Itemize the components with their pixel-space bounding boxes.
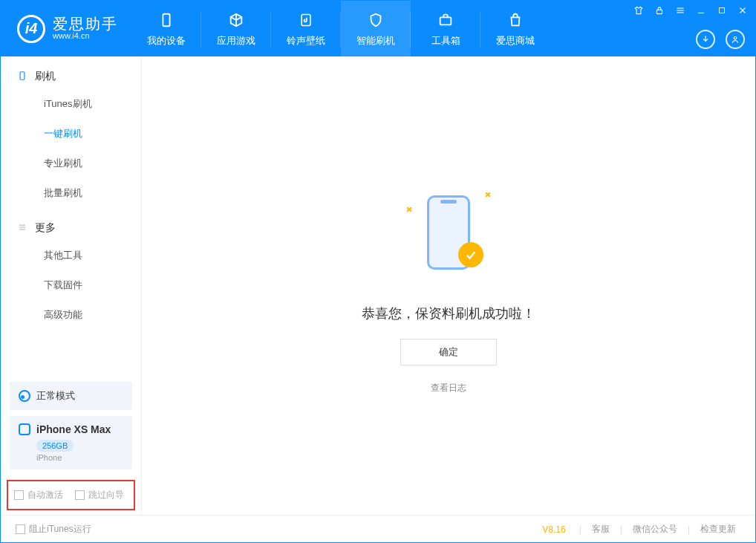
sidebar-item-itunes-flash[interactable]: iTunes刷机: [1, 89, 141, 119]
flash-options-highlighted: 自动激活 跳过向导: [7, 480, 135, 510]
view-log-link[interactable]: 查看日志: [431, 382, 466, 394]
briefcase-icon: [436, 10, 455, 30]
ok-button[interactable]: 确定: [400, 339, 497, 365]
top-nav: 我的设备 应用游戏 铃声壁纸 智能刷机 工具箱 爱思商城: [131, 1, 550, 56]
tab-smart-flash[interactable]: 智能刷机: [341, 1, 411, 56]
maximize-icon[interactable]: [715, 4, 729, 17]
tab-label: 爱思商城: [496, 34, 535, 48]
menu-icon[interactable]: [674, 4, 687, 17]
checkbox-auto-activate[interactable]: 自动激活: [14, 489, 63, 501]
tab-label: 工具箱: [431, 34, 460, 48]
checkbox-block-itunes[interactable]: 阻止iTunes运行: [16, 523, 91, 536]
device-icon: [157, 10, 176, 30]
brand-logo: i4 爱思助手 www.i4.cn: [1, 1, 131, 56]
sidebar-item-advanced[interactable]: 高级功能: [1, 300, 141, 330]
checkbox-skip-guide[interactable]: 跳过向导: [75, 489, 124, 501]
tab-label: 铃声壁纸: [287, 34, 325, 48]
music-icon: [296, 10, 316, 30]
device-type: iPhone: [36, 453, 123, 462]
tab-apps-games[interactable]: 应用游戏: [201, 1, 271, 56]
footer-right: V8.16 | 客服 | 微信公众号 | 检查更新: [542, 523, 740, 536]
svg-point-11: [734, 37, 737, 40]
tab-toolbox[interactable]: 工具箱: [411, 1, 480, 56]
svg-rect-12: [20, 71, 25, 79]
checkbox-icon: [75, 490, 85, 500]
footer: 阻止iTunes运行 V8.16 | 客服 | 微信公众号 | 检查更新: [1, 515, 755, 543]
body: 刷机 iTunes刷机 一键刷机 专业刷机 批量刷机 更多 其他工具 下载固件 …: [1, 56, 755, 515]
device-name-row: iPhone XS Max: [19, 423, 123, 435]
svg-rect-2: [440, 17, 452, 25]
sidebar: 刷机 iTunes刷机 一键刷机 专业刷机 批量刷机 更多 其他工具 下载固件 …: [1, 56, 142, 515]
brand-name-cn: 爱思助手: [53, 16, 118, 31]
sidebar-item-batch-flash[interactable]: 批量刷机: [1, 178, 141, 208]
section-title: 更多: [35, 221, 56, 235]
user-icon[interactable]: [726, 30, 745, 49]
footer-link-check-update[interactable]: 检查更新: [696, 523, 740, 536]
brand-url: www.i4.cn: [53, 31, 118, 41]
device-icon: [19, 423, 30, 435]
sidebar-section-flash: 刷机: [1, 56, 141, 89]
footer-link-wechat[interactable]: 微信公众号: [628, 523, 682, 536]
minimize-icon[interactable]: [694, 4, 708, 17]
app-header: i4 爱思助手 www.i4.cn 我的设备 应用游戏 铃声壁纸 智能刷机 工具…: [1, 1, 755, 56]
sparkle-icon: [483, 190, 492, 198]
lock-icon[interactable]: [653, 4, 666, 17]
phone-icon: [17, 71, 27, 83]
device-name: iPhone XS Max: [36, 423, 111, 435]
shield-icon: [366, 10, 385, 30]
section-title: 刷机: [35, 70, 56, 83]
header-right-icons: [696, 30, 745, 49]
tab-label: 应用游戏: [217, 34, 255, 48]
mode-label: 正常模式: [36, 389, 75, 403]
success-illustration: [393, 177, 504, 288]
logo-icon: i4: [17, 15, 45, 43]
tab-store[interactable]: 爱思商城: [480, 1, 550, 56]
tab-my-device[interactable]: 我的设备: [131, 1, 201, 56]
tab-label: 我的设备: [147, 34, 186, 48]
svg-rect-0: [163, 13, 169, 26]
footer-link-support[interactable]: 客服: [587, 523, 614, 536]
tab-label: 智能刷机: [356, 34, 395, 48]
checkbox-label: 跳过向导: [88, 489, 124, 501]
window-controls: [632, 4, 749, 17]
checkbox-label: 阻止iTunes运行: [29, 523, 91, 536]
download-icon[interactable]: [696, 30, 715, 49]
check-badge-icon: [458, 242, 483, 267]
mode-status[interactable]: 正常模式: [10, 382, 132, 410]
tab-ringtone-wallpaper[interactable]: 铃声壁纸: [271, 1, 341, 56]
brand-text: 爱思助手 www.i4.cn: [53, 16, 118, 41]
device-capacity: 256GB: [36, 440, 74, 452]
close-icon[interactable]: [736, 4, 749, 17]
sidebar-section-more: 更多: [1, 208, 141, 241]
version-label: V8.16: [542, 524, 565, 535]
sidebar-item-other-tools[interactable]: 其他工具: [1, 241, 141, 270]
cube-icon: [227, 10, 246, 30]
main-content: 恭喜您，保资料刷机成功啦！ 确定 查看日志: [142, 56, 755, 515]
checkbox-label: 自动激活: [27, 489, 63, 501]
mode-icon: [19, 390, 30, 402]
sidebar-item-download-firmware[interactable]: 下载固件: [1, 270, 141, 300]
svg-rect-3: [657, 10, 662, 13]
svg-rect-8: [720, 8, 725, 13]
checkbox-icon: [16, 524, 25, 534]
sidebar-item-pro-flash[interactable]: 专业刷机: [1, 149, 141, 178]
bag-icon: [506, 10, 525, 30]
checkbox-icon: [14, 490, 24, 500]
shirt-icon[interactable]: [632, 4, 645, 17]
sidebar-item-oneclick-flash[interactable]: 一键刷机: [1, 119, 141, 149]
success-message: 恭喜您，保资料刷机成功啦！: [362, 305, 535, 322]
list-icon: [17, 222, 27, 235]
device-info[interactable]: iPhone XS Max 256GB iPhone: [10, 416, 132, 469]
sparkle-icon: [405, 205, 413, 213]
